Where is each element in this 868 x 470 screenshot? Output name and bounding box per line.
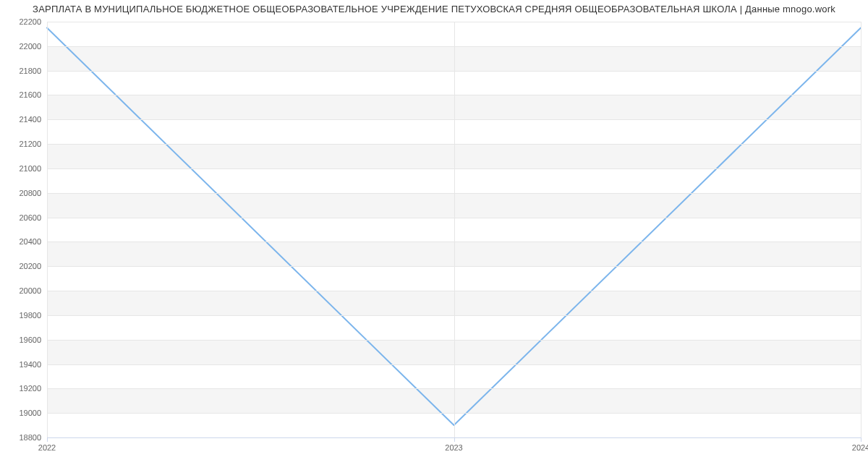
y-axis-tick-label: 21200 [19,140,47,148]
y-axis-tick-label: 21000 [19,164,47,173]
y-axis-tick-label: 20400 [19,237,47,246]
y-axis-tick-label: 19400 [19,360,47,369]
x-axis-line [47,437,861,438]
chart-title: ЗАРПЛАТА В МУНИЦИПАЛЬНОЕ БЮДЖЕТНОЕ ОБЩЕО… [0,4,868,14]
y-axis-tick-label: 21400 [19,115,47,124]
y-axis-tick-label: 22200 [19,17,47,26]
y-axis-tick-label: 20200 [19,262,47,270]
y-axis-tick-label: 19600 [19,336,47,344]
y-axis-tick-label: 19000 [19,409,47,417]
y-axis-tick-label: 21600 [19,90,47,99]
y-axis-tick-label: 20000 [19,286,47,295]
x-axis-tick-label: 2023 [445,437,462,452]
y-axis-tick-label: 20800 [19,189,47,197]
y-axis-tick-label: 19200 [19,384,47,393]
y-axis-tick-label: 22000 [19,42,47,51]
grid-line-vertical [454,22,455,437]
plot-area: 1880019000192001940019600198002000020200… [47,22,861,437]
grid-line-vertical [47,22,48,437]
x-axis-tick-label: 2024 [852,437,868,452]
y-axis-tick-label: 20600 [19,213,47,222]
y-axis-tick-label: 21800 [19,67,47,75]
y-axis-tick-label: 19800 [19,311,47,320]
x-axis-tick-label: 2022 [38,437,56,452]
grid-line-vertical [861,22,861,437]
chart-container: ЗАРПЛАТА В МУНИЦИПАЛЬНОЕ БЮДЖЕТНОЕ ОБЩЕО… [0,0,868,470]
